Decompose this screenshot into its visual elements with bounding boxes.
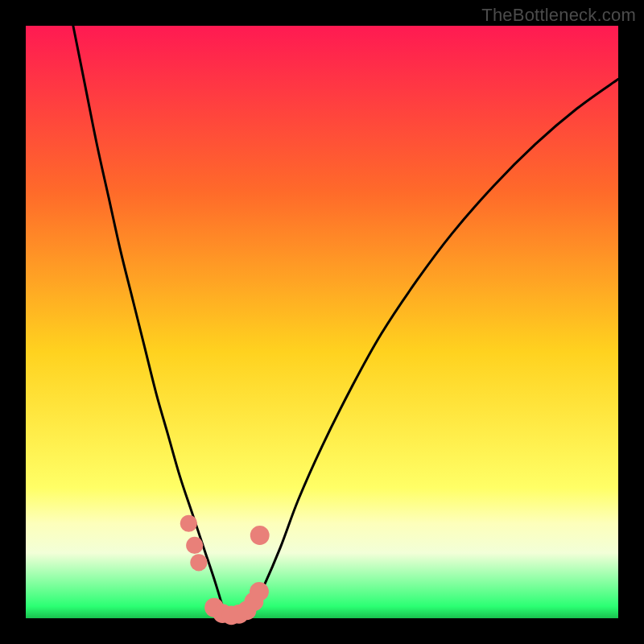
chart-svg [26,26,618,618]
data-marker [190,554,207,571]
data-marker [186,537,203,554]
chart-frame: TheBottleneck.com [0,0,644,644]
data-marker [250,582,269,601]
watermark-text: TheBottleneck.com [481,5,636,26]
data-marker [180,515,197,532]
data-marker [250,526,270,545]
bottleneck-curve [73,26,618,617]
